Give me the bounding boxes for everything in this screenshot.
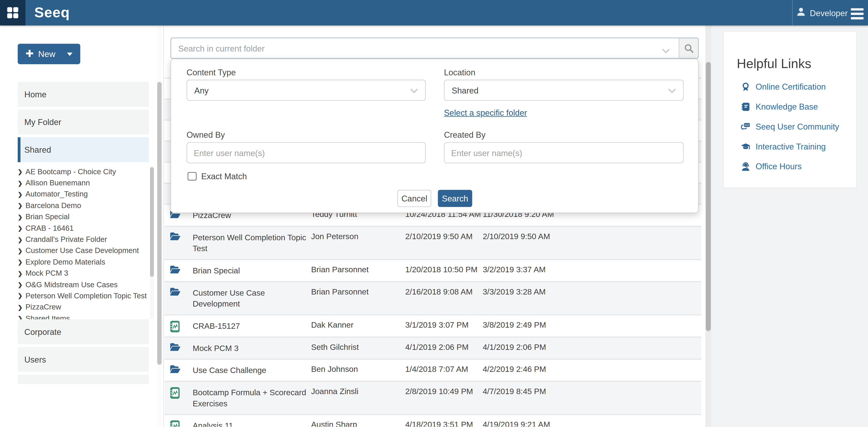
search-icon bbox=[684, 43, 693, 53]
search-options-chevron-icon[interactable] bbox=[662, 46, 670, 56]
new-button[interactable]: New bbox=[18, 44, 80, 64]
folder-tree-item-label: AE Bootcamp - Choice City bbox=[25, 167, 116, 176]
user-icon bbox=[796, 7, 806, 19]
table-row[interactable]: Use Case Challenge Ben Johnson 1/4/2018 … bbox=[164, 359, 702, 381]
search-input[interactable] bbox=[170, 38, 679, 59]
helpful-link-label: Office Hours bbox=[756, 161, 802, 171]
folder-tree-item[interactable]: ❯ Barcelona Demo bbox=[18, 200, 151, 211]
folder-tree-item-label: Explore Demo Materials bbox=[25, 258, 105, 266]
folder-tree-item[interactable]: ❯ Crandall's Private Folder bbox=[18, 234, 151, 245]
sidebar-nav-item-label: Corporate bbox=[24, 327, 61, 336]
folder-tree-item[interactable]: ❯ Explore Demo Materials bbox=[18, 256, 151, 268]
table-row[interactable]: Bootcamp Formula + Scorecard Exercises J… bbox=[164, 381, 702, 414]
sidebar-nav-item[interactable]: Home bbox=[18, 82, 149, 107]
table-row[interactable]: Analysis 11 Austin Sharp 4/18/2019 3:51 … bbox=[164, 414, 702, 427]
folder-tree-item[interactable]: ❯ Brian Special bbox=[18, 211, 151, 222]
created-by-input[interactable] bbox=[444, 142, 683, 163]
folder-tree-item[interactable]: ❯ Allison Buenemann bbox=[18, 177, 151, 189]
folder-icon bbox=[170, 232, 180, 241]
item-updated-date: 4/7/2019 8:45 PM bbox=[483, 387, 574, 396]
sidebar-nav-item-label: Shared bbox=[24, 145, 51, 154]
location-value: Shared bbox=[452, 86, 478, 95]
exact-match-checkbox[interactable] bbox=[188, 172, 196, 181]
folder-tree-item-label: Brian Special bbox=[25, 213, 69, 221]
sidebar-item-partial bbox=[18, 374, 149, 384]
table-row[interactable]: CRAB-15127 Dak Kanner 3/1/2019 3:07 PM 3… bbox=[164, 314, 702, 337]
helpful-link[interactable]: Knowledge Base bbox=[741, 100, 818, 113]
new-button-label: New bbox=[38, 49, 55, 59]
item-name: Analysis 11 bbox=[193, 415, 310, 427]
helpful-link[interactable]: Seeq User Community bbox=[741, 120, 839, 132]
item-updated-date: 3/3/2019 3:28 AM bbox=[483, 287, 574, 296]
sidebar-nav-item[interactable]: Corporate bbox=[18, 319, 149, 344]
tree-scrollbar-thumb[interactable] bbox=[150, 167, 154, 277]
navbar-divider bbox=[792, 0, 793, 25]
folder-tree-item[interactable]: ❯ Mock PCM 3 bbox=[18, 268, 151, 279]
content-type-value: Any bbox=[194, 86, 209, 95]
chevron-down-icon bbox=[668, 89, 676, 93]
seeq-logo[interactable]: Seeq bbox=[34, 0, 70, 25]
item-name: Brian Special bbox=[193, 260, 310, 281]
item-name: CRAB-15127 bbox=[193, 315, 310, 336]
chevron-right-icon: ❯ bbox=[18, 270, 25, 277]
folder-tree-item[interactable]: ❯ AE Bootcamp - Choice City bbox=[18, 166, 151, 177]
table-row[interactable]: Mock PCM 3 Seth Gilchrist 4/1/2019 2:06 … bbox=[164, 336, 702, 359]
owned-by-input[interactable] bbox=[187, 142, 426, 163]
chevron-right-icon: ❯ bbox=[18, 247, 25, 254]
chevron-right-icon: ❯ bbox=[18, 236, 25, 243]
search-button[interactable]: Search bbox=[438, 190, 472, 207]
item-created-date: 3/1/2019 3:07 PM bbox=[405, 321, 483, 329]
table-row[interactable]: Peterson Well Completion Topic Test Jon … bbox=[164, 226, 702, 259]
location-select[interactable]: Shared bbox=[444, 80, 683, 101]
helpful-link[interactable]: Online Certification bbox=[741, 80, 826, 93]
grid-icon bbox=[7, 7, 18, 18]
folder-tree-item-label: Allison Buenemann bbox=[25, 179, 90, 187]
chevron-right-icon: ❯ bbox=[18, 180, 25, 186]
sidebar-nav-item-label: Users bbox=[24, 355, 46, 364]
sidebar-nav-item[interactable]: My Folder bbox=[18, 110, 149, 134]
item-name: Use Case Challenge bbox=[193, 360, 310, 381]
helpful-link[interactable]: Office Hours bbox=[741, 160, 802, 172]
chevron-right-icon: ❯ bbox=[18, 202, 25, 209]
search-submit-button[interactable] bbox=[679, 38, 699, 59]
hamburger-menu-icon[interactable] bbox=[851, 8, 864, 21]
app-switcher-button[interactable] bbox=[0, 0, 25, 25]
chevron-right-icon: ❯ bbox=[18, 169, 25, 175]
select-specific-folder-link[interactable]: Select a specific folder bbox=[444, 108, 527, 117]
helpful-links-panel: Helpful Links Online Certification bbox=[723, 31, 857, 188]
sidebar-nav-item-label: My Folder bbox=[24, 117, 61, 127]
helpful-link[interactable]: Interactive Training bbox=[741, 140, 826, 152]
sidebar-scrollbar-thumb[interactable] bbox=[157, 82, 162, 365]
item-updated-date: 4/2/2019 2:46 PM bbox=[483, 365, 574, 374]
folder-tree-item[interactable]: ❯ Customer Use Case Development bbox=[18, 245, 151, 256]
sidebar-nav-item[interactable]: Users bbox=[18, 347, 149, 372]
item-owner: Seth Gilchrist bbox=[311, 343, 403, 352]
content-scrollbar-thumb[interactable] bbox=[706, 62, 711, 331]
folder-icon bbox=[170, 343, 180, 352]
folder-tree-item[interactable]: ❯ PizzaCrew bbox=[18, 302, 151, 313]
sidebar-nav-item[interactable]: Shared bbox=[18, 137, 149, 162]
content-type-select[interactable]: Any bbox=[187, 80, 426, 101]
user-menu[interactable]: Developer bbox=[796, 0, 848, 25]
item-created-date: 1/20/2018 10:50 PM bbox=[405, 265, 483, 274]
caret-down-icon bbox=[67, 53, 72, 56]
folder-tree-item[interactable]: ❯ Peterson Well Completion Topic Test bbox=[18, 290, 151, 302]
helpful-link-label: Seeq User Community bbox=[756, 121, 839, 131]
exact-match-option[interactable]: Exact Match bbox=[188, 172, 247, 181]
folder-tree-item-label: Crandall's Private Folder bbox=[25, 235, 107, 244]
table-row[interactable]: Customer Use Case Development Brian Pars… bbox=[164, 281, 702, 314]
item-owner: Dak Kanner bbox=[311, 321, 403, 329]
location-label: Location bbox=[444, 68, 475, 77]
item-created-date: 4/1/2019 2:06 PM bbox=[405, 343, 483, 352]
helpful-links-title: Helpful Links bbox=[737, 57, 811, 71]
folder-tree-item[interactable]: ❯ CRAB - 16461 bbox=[18, 222, 151, 234]
cancel-button[interactable]: Cancel bbox=[397, 190, 431, 207]
item-created-date: 4/18/2019 3:51 PM bbox=[405, 420, 483, 427]
table-row[interactable]: Brian Special Brian Parsonnet 1/20/2018 … bbox=[164, 259, 702, 281]
folder-icon bbox=[170, 287, 180, 296]
item-name: Bootcamp Formula + Scorecard Exercises bbox=[193, 382, 310, 414]
folder-tree-item[interactable]: ❯ Automator_Testing bbox=[18, 188, 151, 200]
folder-icon bbox=[170, 365, 180, 374]
item-created-date: 2/16/2018 9:08 AM bbox=[405, 287, 483, 296]
folder-tree-item[interactable]: ❯ O&G Midstream Use Cases bbox=[18, 279, 151, 290]
